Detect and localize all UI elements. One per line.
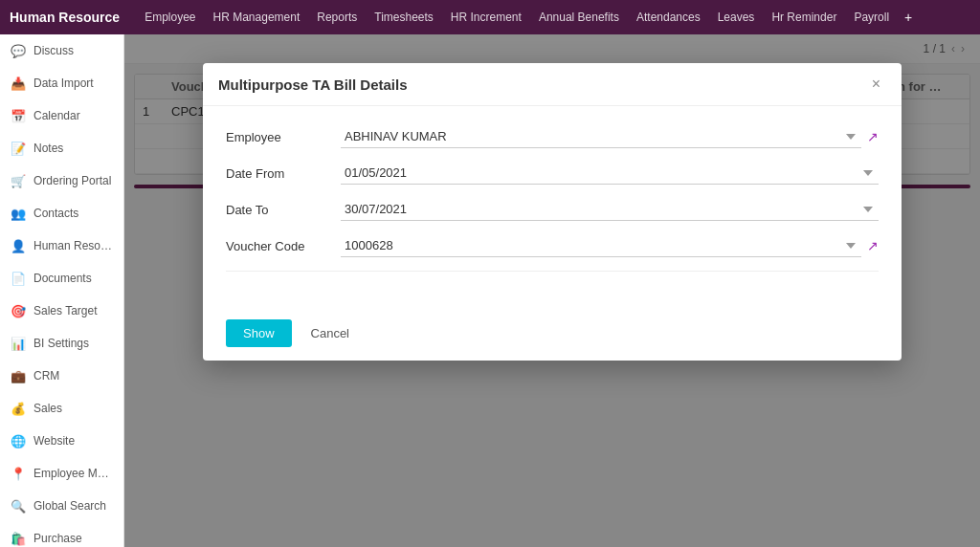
sidebar-item-sales[interactable]: 💰 Sales bbox=[0, 392, 123, 425]
sidebar-item-label: Discuss bbox=[33, 44, 74, 57]
sidebar-item-label: Contacts bbox=[33, 207, 78, 220]
data-import-icon: 📥 bbox=[10, 75, 27, 92]
form-divider bbox=[226, 271, 879, 272]
content-area: 1 / 1 ‹ › Voucher Employee Voucher Code … bbox=[124, 34, 980, 547]
sidebar-item-label: CRM bbox=[33, 369, 59, 383]
sidebar-item-label: Human Resour... bbox=[33, 239, 114, 252]
cancel-button[interactable]: Cancel bbox=[301, 319, 359, 347]
global-search-icon: 🔍 bbox=[10, 497, 27, 514]
modal-dialog: Multipurpose TA Bill Details × Employee … bbox=[203, 63, 902, 361]
nav-timesheets[interactable]: Timesheets bbox=[367, 7, 441, 28]
nav-payroll[interactable]: Payroll bbox=[846, 7, 897, 28]
employee-label: Employee bbox=[226, 130, 341, 144]
sidebar-item-notes[interactable]: 📝 Notes bbox=[0, 132, 123, 164]
human-resource-icon: 👤 bbox=[10, 237, 27, 254]
ordering-portal-icon: 🛒 bbox=[10, 172, 27, 189]
contacts-icon: 👥 bbox=[10, 205, 27, 222]
voucher-code-form-row: Voucher Code 1000628 ↗ bbox=[226, 234, 879, 257]
employee-map-icon: 📍 bbox=[10, 465, 27, 482]
sidebar-item-label: Sales Target bbox=[33, 304, 98, 317]
sidebar-item-crm[interactable]: 💼 CRM bbox=[0, 360, 123, 392]
voucher-code-external-link-icon[interactable]: ↗ bbox=[867, 238, 879, 253]
sidebar-item-documents[interactable]: 📄 Documents bbox=[0, 262, 123, 295]
sidebar-item-website[interactable]: 🌐 Website bbox=[0, 425, 123, 457]
nav-leaves[interactable]: Leaves bbox=[710, 7, 763, 28]
sales-target-icon: 🎯 bbox=[10, 302, 27, 319]
date-to-select[interactable]: 30/07/2021 bbox=[341, 198, 879, 221]
show-button[interactable]: Show bbox=[226, 319, 292, 347]
app-brand: Human Resource bbox=[10, 10, 120, 25]
nav-employee[interactable]: Employee bbox=[137, 7, 203, 28]
main-layout: 💬 Discuss 📥 Data Import 📅 Calendar 📝 Not… bbox=[0, 34, 980, 547]
sidebar: 💬 Discuss 📥 Data Import 📅 Calendar 📝 Not… bbox=[0, 34, 124, 547]
sidebar-item-calendar[interactable]: 📅 Calendar bbox=[0, 99, 123, 132]
nav-hr-increment[interactable]: HR Increment bbox=[443, 7, 529, 28]
purchase-icon: 🛍️ bbox=[10, 530, 27, 547]
sidebar-item-bi-settings[interactable]: 📊 BI Settings bbox=[0, 327, 123, 360]
date-to-label: Date To bbox=[226, 203, 341, 217]
nav-hr-management[interactable]: HR Management bbox=[206, 7, 308, 28]
employee-select[interactable]: ABHINAV KUMAR bbox=[341, 125, 861, 148]
sidebar-item-label: Notes bbox=[33, 142, 63, 155]
sidebar-item-label: Website bbox=[33, 434, 75, 448]
sidebar-item-label: Documents bbox=[33, 272, 92, 285]
date-to-control-wrapper: 30/07/2021 bbox=[341, 198, 879, 221]
sidebar-item-discuss[interactable]: 💬 Discuss bbox=[0, 34, 123, 67]
sidebar-item-employee-map[interactable]: 📍 Employee Map... bbox=[0, 457, 123, 490]
date-from-form-row: Date From 01/05/2021 bbox=[226, 162, 879, 185]
sidebar-item-label: Employee Map... bbox=[33, 467, 114, 480]
sidebar-item-purchase[interactable]: 🛍️ Purchase bbox=[0, 522, 123, 547]
voucher-code-label: Voucher Code bbox=[226, 239, 341, 253]
modal-backdrop: Multipurpose TA Bill Details × Employee … bbox=[124, 34, 980, 547]
employee-form-row: Employee ABHINAV KUMAR ↗ bbox=[226, 125, 879, 148]
crm-icon: 💼 bbox=[10, 367, 27, 384]
sidebar-item-label: Data Import bbox=[33, 77, 94, 90]
voucher-code-control-wrapper: 1000628 ↗ bbox=[341, 234, 879, 257]
sidebar-item-label: BI Settings bbox=[33, 337, 89, 350]
sidebar-item-ordering-portal[interactable]: 🛒 Ordering Portal bbox=[0, 164, 123, 197]
sidebar-item-label: Calendar bbox=[33, 109, 80, 122]
sidebar-item-contacts[interactable]: 👥 Contacts bbox=[0, 197, 123, 230]
nav-annual-benefits[interactable]: Annual Benefits bbox=[531, 7, 627, 28]
sidebar-item-label: Global Search bbox=[33, 499, 106, 513]
documents-icon: 📄 bbox=[10, 270, 27, 287]
website-icon: 🌐 bbox=[10, 432, 27, 449]
calendar-icon: 📅 bbox=[10, 107, 27, 124]
sidebar-item-label: Purchase bbox=[33, 532, 82, 545]
date-to-form-row: Date To 30/07/2021 bbox=[226, 198, 879, 221]
notes-icon: 📝 bbox=[10, 140, 27, 157]
employee-external-link-icon[interactable]: ↗ bbox=[867, 129, 879, 144]
discuss-icon: 💬 bbox=[10, 42, 27, 59]
sidebar-item-label: Ordering Portal bbox=[33, 174, 111, 187]
sidebar-item-human-resource[interactable]: 👤 Human Resour... bbox=[0, 230, 123, 262]
modal-close-button[interactable]: × bbox=[866, 75, 886, 94]
modal-footer: Show Cancel bbox=[203, 306, 902, 361]
date-from-label: Date From bbox=[226, 166, 341, 181]
nav-attendances[interactable]: Attendances bbox=[629, 7, 708, 28]
modal-body: Employee ABHINAV KUMAR ↗ Date From bbox=[203, 106, 902, 306]
date-from-control-wrapper: 01/05/2021 bbox=[341, 162, 879, 185]
nav-reports[interactable]: Reports bbox=[309, 7, 365, 28]
sidebar-item-data-import[interactable]: 📥 Data Import bbox=[0, 67, 123, 99]
top-navigation: Human Resource Employee HR Management Re… bbox=[0, 0, 980, 34]
sidebar-item-sales-target[interactable]: 🎯 Sales Target bbox=[0, 295, 123, 327]
date-from-select[interactable]: 01/05/2021 bbox=[341, 162, 879, 185]
modal-header: Multipurpose TA Bill Details × bbox=[203, 63, 902, 106]
modal-title: Multipurpose TA Bill Details bbox=[218, 77, 408, 93]
sales-icon: 💰 bbox=[10, 400, 27, 417]
nav-add-button[interactable]: + bbox=[899, 6, 918, 29]
voucher-code-select[interactable]: 1000628 bbox=[341, 234, 861, 257]
nav-hr-reminder[interactable]: Hr Reminder bbox=[764, 7, 844, 28]
employee-control-wrapper: ABHINAV KUMAR ↗ bbox=[341, 125, 879, 148]
sidebar-item-label: Sales bbox=[33, 402, 62, 415]
sidebar-item-global-search[interactable]: 🔍 Global Search bbox=[0, 490, 123, 522]
bi-settings-icon: 📊 bbox=[10, 335, 27, 352]
